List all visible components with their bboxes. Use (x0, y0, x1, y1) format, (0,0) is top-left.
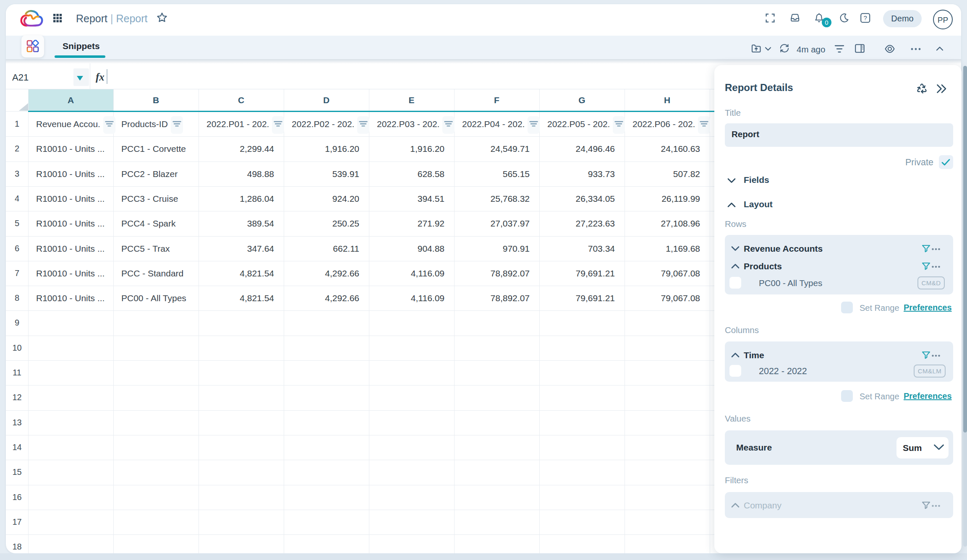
svg-text:?: ? (863, 14, 867, 21)
